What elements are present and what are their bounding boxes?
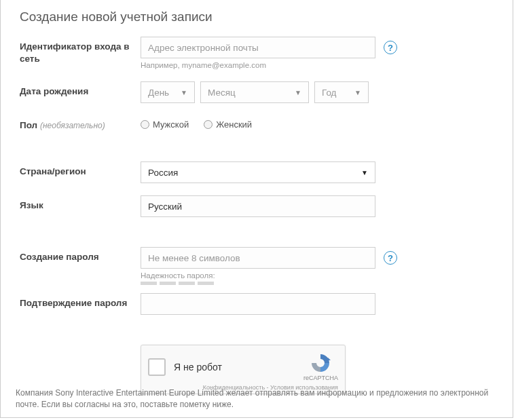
row-language: Язык Русский (20, 195, 494, 217)
password-field[interactable] (141, 247, 375, 269)
label-language: Язык (20, 195, 141, 212)
recaptcha-label: Я не робот (174, 362, 222, 373)
row-country: Страна/регион Россия ▼ (20, 161, 494, 183)
help-icon[interactable]: ? (384, 251, 397, 265)
dob-day-select[interactable]: День ▼ (141, 81, 195, 103)
chevron-down-icon: ▼ (361, 169, 368, 176)
row-signin-id: Идентификатор входа в сеть ? Например, m… (20, 37, 494, 69)
recaptcha-widget: Я не робот reCAPTCHA Конфиденциальность … (141, 345, 346, 394)
signup-form-container: Создание новой учетной записи Идентифика… (0, 0, 513, 418)
label-signin-id: Идентификатор входа в сеть (20, 37, 141, 65)
help-icon[interactable]: ? (384, 41, 397, 54)
language-field[interactable]: Русский (141, 195, 375, 217)
marketing-disclaimer: Компания Sony Interactive Entertainment … (16, 387, 498, 411)
recaptcha-icon (310, 352, 331, 374)
recaptcha-brand: reCAPTCHA (303, 352, 338, 381)
dob-year-label: Год (322, 88, 337, 98)
dob-month-label: Месяц (208, 88, 236, 98)
chevron-down-icon: ▼ (181, 89, 187, 96)
chevron-down-icon: ▼ (295, 89, 301, 96)
label-dob: Дата рождения (20, 81, 141, 98)
label-country: Страна/регион (20, 161, 141, 178)
dob-month-select[interactable]: Месяц ▼ (200, 81, 309, 103)
row-gender: Пол (необязательно) Мужской Женский (20, 115, 494, 132)
gender-male-radio[interactable]: Мужской (141, 119, 189, 130)
label-password: Создание пароля (20, 247, 141, 263)
country-select[interactable]: Россия ▼ (141, 161, 375, 183)
radio-icon (141, 120, 149, 129)
gender-female-radio[interactable]: Женский (204, 119, 252, 130)
row-dob: Дата рождения День ▼ Месяц ▼ Год ▼ (20, 81, 494, 103)
country-value: Россия (148, 168, 178, 178)
dob-year-select[interactable]: Год ▼ (314, 81, 369, 103)
language-value: Русский (148, 202, 182, 212)
row-password: Создание пароля ? Надежность пароля: (20, 247, 494, 285)
radio-icon (204, 120, 213, 129)
email-field[interactable] (141, 37, 375, 58)
password-strength-meter (141, 282, 494, 285)
email-hint: Например, myname@example.com (141, 61, 494, 69)
chevron-down-icon: ▼ (354, 89, 361, 96)
dob-day-label: День (148, 88, 169, 98)
confirm-password-field[interactable] (141, 293, 375, 315)
recaptcha-checkbox[interactable] (148, 358, 166, 376)
gender-female-label: Женский (216, 119, 252, 130)
page-title: Создание новой учетной записи (20, 0, 494, 37)
recaptcha-brand-text: reCAPTCHA (303, 375, 338, 381)
gender-male-label: Мужской (153, 119, 189, 130)
optional-hint: (необязательно) (40, 121, 105, 130)
row-confirm-password: Подтверждение пароля (20, 293, 494, 315)
label-gender: Пол (необязательно) (20, 115, 141, 132)
password-strength-label: Надежность пароля: (141, 271, 494, 280)
label-confirm-password: Подтверждение пароля (20, 293, 141, 309)
